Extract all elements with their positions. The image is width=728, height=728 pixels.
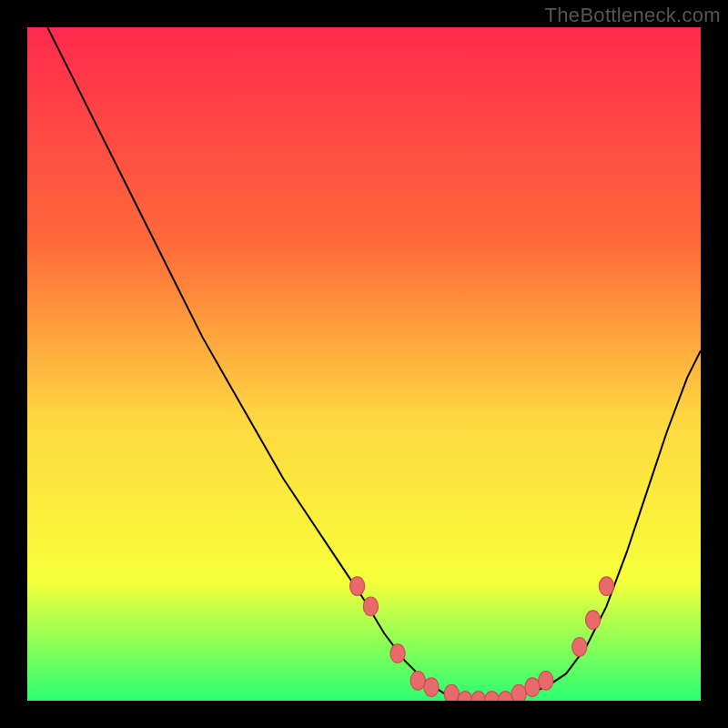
marker-point (511, 684, 526, 701)
marker-point (444, 684, 459, 701)
watermark-text: TheBottleneck.com (545, 4, 721, 27)
marker-point (585, 611, 600, 630)
marker-point (390, 644, 405, 663)
marker-point (525, 678, 540, 697)
marker-point (539, 671, 553, 690)
bottleneck-chart (27, 27, 701, 701)
marker-point (410, 671, 425, 690)
marker-point (363, 597, 378, 616)
marker-point (424, 678, 439, 697)
marker-point (599, 577, 613, 596)
chart-frame: TheBottleneck.com (0, 0, 728, 728)
marker-point (572, 637, 587, 656)
marker-point (349, 577, 364, 596)
